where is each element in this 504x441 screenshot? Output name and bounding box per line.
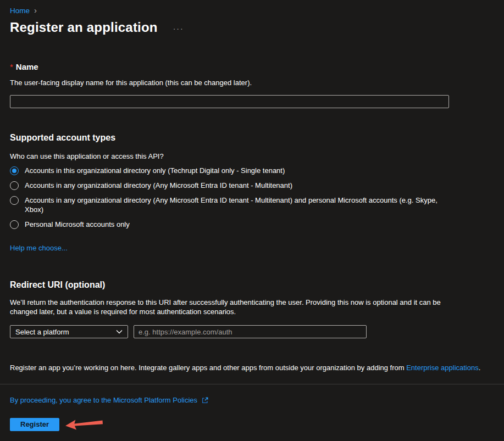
radio-icon[interactable] [10, 181, 19, 190]
platform-select-value: Select a platform [15, 328, 69, 336]
redirect-uri-description: We’ll return the authentication response… [10, 298, 447, 316]
policies-row: By proceeding, you agree to the Microsof… [10, 396, 494, 404]
more-options-icon[interactable]: ··· [173, 25, 184, 32]
external-link-icon [201, 397, 209, 404]
breadcrumb-chevron-icon: › [34, 6, 37, 14]
account-type-option-multitenant[interactable]: Accounts in any organizational directory… [10, 181, 494, 190]
register-button[interactable]: Register [10, 418, 59, 431]
account-type-option-personal-only[interactable]: Personal Microsoft accounts only [10, 220, 494, 229]
radio-icon[interactable] [10, 196, 19, 205]
account-type-option-label: Accounts in this organizational director… [25, 166, 285, 175]
chevron-down-icon [116, 330, 123, 334]
account-types-question: Who can use this application or access t… [10, 152, 494, 160]
redirect-uri-input[interactable] [134, 325, 367, 338]
annotation-arrow-icon [64, 416, 104, 434]
register-row: Register [10, 416, 494, 432]
radio-icon[interactable] [10, 166, 19, 175]
platform-policies-text: By proceeding, you agree to the Microsof… [10, 396, 197, 404]
account-type-option-multitenant-personal[interactable]: Accounts in any organizational directory… [10, 196, 494, 214]
name-field-description: The user-facing display name for this ap… [10, 79, 494, 87]
register-application-page: Home › Register an application ··· *Name… [0, 0, 504, 441]
enterprise-note-period: . [479, 364, 481, 372]
page-title: Register an application [10, 20, 158, 35]
footer-divider [0, 384, 504, 384]
platform-policies-link[interactable]: By proceeding, you agree to the Microsof… [10, 396, 209, 404]
help-me-choose-link[interactable]: Help me choose... [10, 244, 68, 252]
enterprise-note-text: Register an app you’re working on here. … [10, 364, 406, 372]
supported-account-types-heading: Supported account types [10, 133, 494, 143]
required-asterisk: * [10, 62, 13, 71]
platform-select[interactable]: Select a platform [10, 325, 128, 338]
redirect-uri-controls: Select a platform [10, 325, 494, 338]
account-type-option-label: Accounts in any organizational directory… [25, 196, 440, 214]
page-header: Register an application ··· [10, 20, 494, 35]
account-type-option-single-tenant[interactable]: Accounts in this organizational director… [10, 166, 494, 175]
account-type-option-label: Personal Microsoft accounts only [25, 220, 130, 229]
enterprise-apps-note: Register an app you’re working on here. … [10, 363, 494, 372]
enterprise-applications-link[interactable]: Enterprise applications [406, 364, 479, 372]
breadcrumb-home-link[interactable]: Home [10, 7, 30, 15]
account-type-option-label: Accounts in any organizational directory… [25, 181, 292, 190]
account-type-radio-group: Accounts in this organizational director… [10, 166, 494, 229]
name-field-label-row: *Name [10, 62, 494, 71]
radio-icon[interactable] [10, 220, 19, 229]
redirect-uri-heading: Redirect URI (optional) [10, 280, 494, 290]
name-input[interactable] [10, 95, 449, 108]
name-field-label: Name [16, 62, 38, 71]
breadcrumb: Home › [10, 7, 494, 15]
